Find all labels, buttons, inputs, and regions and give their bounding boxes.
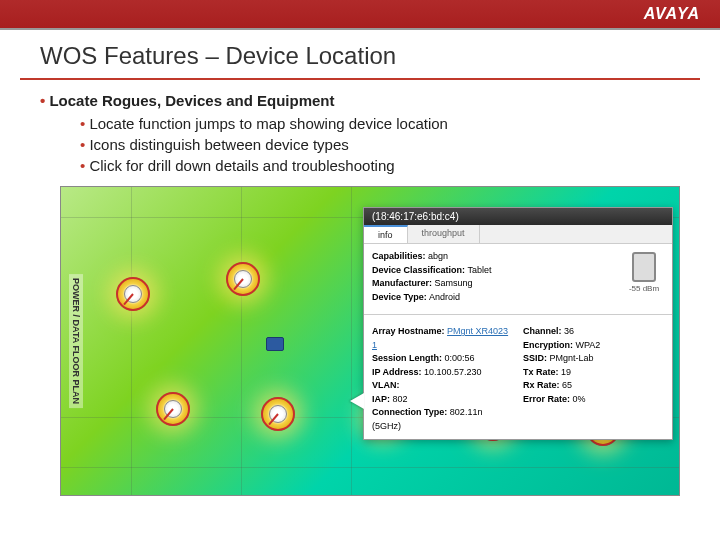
tab-info[interactable]: info xyxy=(364,225,408,243)
host-label: Array Hostname: xyxy=(372,326,445,336)
ap-marker-icon[interactable] xyxy=(156,392,190,426)
ssid-value: PMgnt-Lab xyxy=(550,353,594,363)
sub-bullet-2: Icons distinguish between device types xyxy=(80,136,680,153)
ap-marker-icon[interactable] xyxy=(226,262,260,296)
slide-title: WOS Features – Device Location xyxy=(0,30,720,78)
class-label: Device Classification: xyxy=(372,265,465,275)
grid-line xyxy=(131,187,132,495)
iap-label: IAP: xyxy=(372,394,390,404)
popup-col-right: Channel: 36 Encryption: WPA2 SSID: PMgnt… xyxy=(523,325,664,433)
ap-marker-icon[interactable] xyxy=(116,277,150,311)
popup-title: (18:46:17:e6:bd:c4) xyxy=(364,208,672,225)
type-label: Device Type: xyxy=(372,292,427,302)
err-value: 0% xyxy=(573,394,586,404)
grid-line xyxy=(241,187,242,495)
vlan-label: VLAN: xyxy=(372,380,400,390)
popup-col-left: Array Hostname: PMgnt XR4023 1 Session L… xyxy=(372,325,513,433)
session-value: 0:00:56 xyxy=(445,353,475,363)
channel-label: Channel: xyxy=(523,326,562,336)
tx-label: Tx Rate: xyxy=(523,367,559,377)
ip-value: 10.100.57.230 xyxy=(424,367,482,377)
mfr-value: Samsung xyxy=(435,278,473,288)
channel-value: 36 xyxy=(564,326,574,336)
session-label: Session Length: xyxy=(372,353,442,363)
capabilities-label: Capabilities: xyxy=(372,251,426,261)
avaya-logo: AVAYA xyxy=(644,5,700,23)
sub-bullet-1: Locate function jumps to map showing dev… xyxy=(80,115,680,132)
header-bar: AVAYA xyxy=(0,0,720,28)
ip-label: IP Address: xyxy=(372,367,422,377)
grid-line xyxy=(61,467,679,468)
sub-bullet-list: Locate function jumps to map showing dev… xyxy=(40,115,680,174)
grid-line xyxy=(351,187,352,495)
mfr-label: Manufacturer: xyxy=(372,278,432,288)
device-type-icon-box: -55 dBm xyxy=(624,250,664,304)
bullet-main: Locate Rogues, Devices and Equipment xyxy=(40,92,680,109)
tx-value: 19 xyxy=(561,367,571,377)
type-value: Android xyxy=(429,292,460,302)
enc-value: WPA2 xyxy=(576,340,601,350)
floorplan-map[interactable]: POWER / DATA FLOOR PLAN (18:46:17:e6:bd:… xyxy=(60,186,680,496)
content-area: Locate Rogues, Devices and Equipment Loc… xyxy=(0,92,720,174)
title-underline xyxy=(20,78,700,80)
class-value: Tablet xyxy=(467,265,491,275)
device-info-popup: (18:46:17:e6:bd:c4) info throughput Capa… xyxy=(363,207,673,440)
ssid-label: SSID: xyxy=(523,353,547,363)
device-icon[interactable] xyxy=(266,337,284,351)
sub-bullet-3: Click for drill down details and trouble… xyxy=(80,157,680,174)
popup-body: Capabilities: abgn Device Classification… xyxy=(364,244,672,310)
rx-label: Rx Rate: xyxy=(523,380,560,390)
conn-label: Connection Type: xyxy=(372,407,447,417)
tablet-icon xyxy=(632,252,656,282)
err-label: Error Rate: xyxy=(523,394,570,404)
iap-value: 802 xyxy=(393,394,408,404)
enc-label: Encryption: xyxy=(523,340,573,350)
popup-details: Array Hostname: PMgnt XR4023 1 Session L… xyxy=(364,319,672,439)
popup-pointer-icon xyxy=(350,393,364,409)
popup-tabs: info throughput xyxy=(364,225,672,244)
tab-throughput[interactable]: throughput xyxy=(408,225,480,243)
floorplan-label: POWER / DATA FLOOR PLAN xyxy=(69,274,83,408)
popup-summary: Capabilities: abgn Device Classification… xyxy=(372,250,616,304)
ap-marker-icon[interactable] xyxy=(261,397,295,431)
capabilities-value: abgn xyxy=(428,251,448,261)
rx-value: 65 xyxy=(562,380,572,390)
popup-divider xyxy=(364,314,672,315)
signal-value: -55 dBm xyxy=(624,284,664,293)
